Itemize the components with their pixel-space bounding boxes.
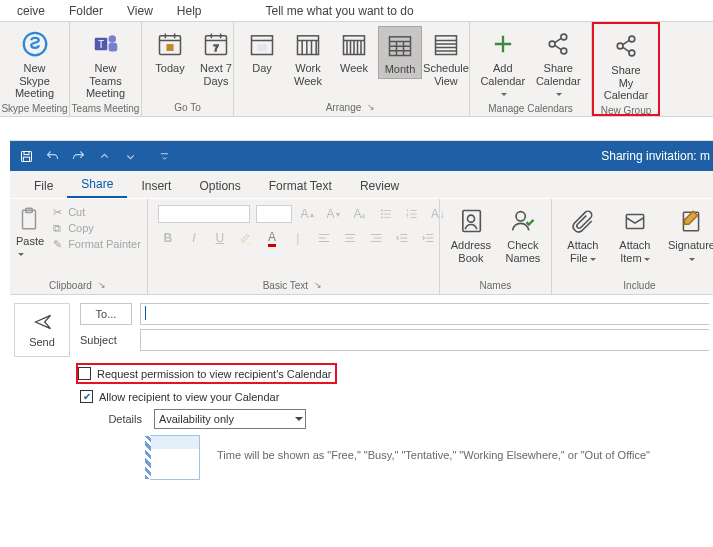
copy-button: ⧉Copy bbox=[50, 221, 141, 235]
svg-text:7: 7 bbox=[213, 43, 218, 53]
calendar-workweek-icon bbox=[292, 28, 324, 60]
to-input[interactable] bbox=[140, 303, 709, 325]
paste-icon bbox=[16, 205, 44, 233]
check-names-icon bbox=[507, 205, 539, 237]
schedule-view-button[interactable]: Schedule View bbox=[424, 26, 468, 89]
menu-view[interactable]: View bbox=[115, 4, 165, 18]
subject-input[interactable] bbox=[140, 329, 709, 351]
align-center-icon bbox=[340, 229, 360, 247]
indent-icon bbox=[418, 229, 438, 247]
italic-icon: I bbox=[184, 229, 204, 247]
group-basic-text: Basic Text bbox=[263, 280, 308, 291]
day-button[interactable]: Day bbox=[240, 26, 284, 77]
new-skype-meeting-button[interactable]: New Skype Meeting bbox=[6, 26, 63, 102]
svg-rect-11 bbox=[257, 44, 266, 51]
window-title: Sharing invitation: m bbox=[601, 149, 713, 163]
qat-button-2-icon[interactable] bbox=[122, 148, 138, 164]
tab-share[interactable]: Share bbox=[67, 171, 127, 198]
tab-review[interactable]: Review bbox=[346, 173, 413, 198]
arrange-launcher-icon[interactable]: ↘ bbox=[365, 101, 377, 113]
font-size-select bbox=[256, 205, 292, 223]
to-button[interactable]: To... bbox=[80, 303, 132, 325]
check-names-button[interactable]: Check Names bbox=[498, 203, 548, 266]
calendar-week-icon bbox=[338, 28, 370, 60]
group-arrange: Arrange bbox=[326, 102, 362, 113]
bullets-icon bbox=[376, 205, 396, 223]
tab-format-text[interactable]: Format Text bbox=[255, 173, 346, 198]
add-calendar-icon bbox=[487, 28, 519, 60]
add-calendar-button[interactable]: Add Calendar bbox=[476, 26, 530, 102]
svg-rect-12 bbox=[298, 36, 319, 55]
month-button[interactable]: Month bbox=[378, 26, 422, 79]
shrink-font-icon: A▼ bbox=[324, 205, 344, 223]
subject-label: Subject bbox=[80, 334, 132, 346]
group-clipboard: Clipboard bbox=[49, 280, 92, 291]
align-right-icon bbox=[366, 229, 386, 247]
svg-rect-24 bbox=[23, 157, 29, 161]
qat-customize-icon[interactable] bbox=[156, 148, 172, 164]
svg-rect-4 bbox=[108, 43, 117, 52]
allow-recipient-label: Allow recipient to view your Calendar bbox=[99, 391, 279, 403]
week-button[interactable]: Week bbox=[332, 26, 376, 77]
svg-rect-34 bbox=[626, 215, 643, 229]
paste-button[interactable]: Paste bbox=[16, 203, 44, 259]
group-go-to: Go To bbox=[142, 101, 233, 116]
signature-button[interactable]: Signature bbox=[662, 203, 713, 266]
save-icon[interactable] bbox=[18, 148, 34, 164]
grow-font-icon: A▲ bbox=[298, 205, 318, 223]
skype-icon bbox=[19, 28, 51, 60]
font-family-select bbox=[158, 205, 250, 223]
group-skype-meeting: Skype Meeting bbox=[0, 102, 69, 117]
svg-point-32 bbox=[467, 215, 474, 222]
align-left-icon bbox=[314, 229, 334, 247]
details-combo[interactable]: Availability only bbox=[154, 409, 306, 429]
svg-point-27 bbox=[381, 210, 383, 212]
work-week-button[interactable]: Work Week bbox=[286, 26, 330, 89]
svg-point-18 bbox=[561, 48, 567, 54]
format-painter-button: ✎Format Painter bbox=[50, 237, 141, 251]
calendar-today-icon bbox=[154, 28, 186, 60]
bulb-icon bbox=[226, 4, 250, 18]
clear-format-icon: Aₐ bbox=[350, 205, 370, 223]
tell-me[interactable]: Tell me what you want to do bbox=[214, 4, 438, 18]
cut-icon: ✂ bbox=[50, 205, 64, 219]
attach-file-button[interactable]: Attach File bbox=[558, 203, 608, 266]
next-7-days-button[interactable]: 7 Next 7 Days bbox=[194, 26, 238, 89]
attach-item-button[interactable]: Attach Item bbox=[610, 203, 660, 266]
svg-point-29 bbox=[381, 217, 383, 219]
menu-folder[interactable]: Folder bbox=[57, 4, 115, 18]
calendar-thumbnail-icon bbox=[150, 435, 200, 480]
today-button[interactable]: Today bbox=[148, 26, 192, 77]
signature-icon bbox=[675, 205, 707, 237]
menu-receive[interactable]: ceive bbox=[5, 4, 57, 18]
undo-icon[interactable] bbox=[44, 148, 60, 164]
group-manage-calendars: Manage Calendars bbox=[470, 102, 591, 117]
share-calendar-icon bbox=[542, 28, 574, 60]
redo-icon[interactable] bbox=[70, 148, 86, 164]
share-calendar-button[interactable]: Share Calendar bbox=[532, 26, 586, 102]
group-new-group: New Group bbox=[594, 104, 658, 119]
bold-icon: B bbox=[158, 229, 178, 247]
clipboard-launcher-icon[interactable]: ↘ bbox=[96, 279, 108, 291]
chevron-down-icon bbox=[295, 417, 303, 425]
basictext-launcher-icon[interactable]: ↘ bbox=[312, 279, 324, 291]
tab-options[interactable]: Options bbox=[185, 173, 254, 198]
tab-insert[interactable]: Insert bbox=[127, 173, 185, 198]
tab-file[interactable]: File bbox=[20, 173, 67, 198]
allow-recipient-checkbox[interactable] bbox=[80, 390, 93, 403]
request-permission-label: Request permission to view recipient's C… bbox=[97, 368, 331, 380]
calendar-day-icon bbox=[246, 28, 278, 60]
highlight-icon bbox=[236, 229, 256, 247]
cut-button: ✂Cut bbox=[50, 205, 141, 219]
address-book-button[interactable]: Address Book bbox=[446, 203, 496, 266]
address-book-icon bbox=[455, 205, 487, 237]
share-my-calendar-button[interactable]: Share My Calendar bbox=[600, 28, 652, 104]
svg-rect-23 bbox=[24, 151, 29, 154]
group-include: Include bbox=[552, 279, 713, 294]
new-teams-meeting-button[interactable]: T New Teams Meeting bbox=[76, 26, 135, 102]
send-button[interactable]: Send bbox=[14, 303, 70, 357]
qat-button-1-icon[interactable] bbox=[96, 148, 112, 164]
svg-point-20 bbox=[629, 36, 635, 42]
menu-help[interactable]: Help bbox=[165, 4, 214, 18]
request-permission-checkbox[interactable] bbox=[78, 367, 91, 380]
